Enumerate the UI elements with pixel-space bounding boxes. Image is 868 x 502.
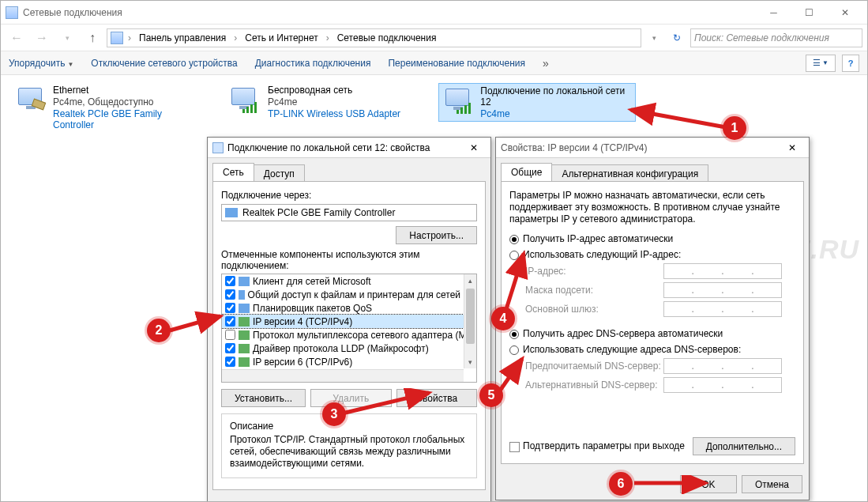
checkbox[interactable]: [225, 316, 235, 326]
gateway-label: Основной шлюз:: [525, 304, 663, 315]
description-label: Описание: [230, 421, 468, 432]
window-icon: [6, 6, 18, 19]
dns2-input: ...: [663, 377, 782, 393]
dns1-input: ...: [663, 358, 782, 374]
connection-status: Pc4me: [268, 96, 400, 108]
view-mode-button[interactable]: ☰▼: [806, 55, 836, 72]
intro-text: Параметры IP можно назначать автоматичес…: [509, 190, 795, 225]
cancel-button[interactable]: Отмена: [742, 475, 802, 493]
ok-button[interactable]: OK: [680, 475, 737, 493]
toolbar: Упорядочить▼ Отключение сетевого устройс…: [1, 51, 867, 75]
step-badge-1: 1: [723, 116, 746, 140]
search-input[interactable]: Поиск: Сетевые подключения: [690, 28, 862, 47]
connection-status: Pc4me, Общедоступно: [53, 96, 198, 108]
connect-via-label: Подключение через:: [221, 190, 477, 201]
dialog-title: Подключение по локальной сети 12: свойст…: [227, 142, 462, 153]
connection-wifi[interactable]: Беспроводная сеть Pc4me TP-LINK Wireless…: [225, 83, 415, 121]
tab-sharing[interactable]: Доступ: [254, 164, 305, 183]
connection-name: Подключение по локальной сети 12: [480, 85, 632, 108]
checkbox[interactable]: [225, 303, 235, 313]
radio-ip-auto[interactable]: Получить IP-адрес автоматически: [509, 233, 795, 244]
history-dropdown[interactable]: ▾: [56, 28, 78, 48]
minimize-button[interactable]: ─: [756, 2, 791, 24]
configure-button[interactable]: Настроить...: [396, 226, 477, 244]
adapter-field: Realtek PCIe GBE Family Controller: [221, 204, 477, 221]
window-title: Сетевые подключения: [23, 7, 122, 18]
components-label: Отмеченные компоненты используются этим …: [221, 249, 477, 271]
install-button[interactable]: Установить...: [221, 389, 306, 407]
checkbox[interactable]: [225, 343, 235, 353]
back-button[interactable]: ←: [6, 28, 28, 48]
breadcrumb-item[interactable]: Сеть и Интернет: [242, 31, 321, 45]
dns2-label: Альтернативный DNS-сервер:: [525, 379, 663, 391]
subnet-mask-label: Маска подсети:: [525, 285, 663, 296]
components-listbox[interactable]: Клиент для сетей Microsoft Общий доступ …: [221, 274, 477, 383]
connection-device: Realtek PCIe GBE Family Controller: [53, 108, 198, 130]
connection-name: Беспроводная сеть: [268, 85, 400, 96]
ip-address-label: IP-адрес:: [525, 266, 663, 277]
step-badge-4: 4: [491, 307, 515, 330]
advanced-button[interactable]: Дополнительно...: [693, 437, 795, 455]
toolbar-rename[interactable]: Переименование подключения: [388, 58, 525, 69]
toolbar-diagnose[interactable]: Диагностика подключения: [255, 58, 371, 69]
ip-address-input: ...: [663, 263, 782, 279]
radio-dns-manual[interactable]: Использовать следующие адреса DNS-сервер…: [509, 344, 795, 355]
main-window: Сетевые подключения ─ ☐ ✕ ← → ▾ ↑ › Пане…: [0, 0, 868, 502]
navbar: ← → ▾ ↑ › Панель управления › Сеть и Инт…: [1, 25, 867, 51]
scrollbar-horizontal[interactable]: [222, 369, 464, 382]
step-badge-5: 5: [479, 383, 503, 407]
connection-ethernet[interactable]: Ethernet Pc4me, Общедоступно Realtek PCI…: [12, 83, 201, 132]
checkbox[interactable]: [225, 357, 235, 367]
checkbox[interactable]: [225, 276, 235, 286]
connection-status: Pc4me: [480, 108, 632, 119]
maximize-button[interactable]: ☐: [791, 2, 827, 24]
up-button[interactable]: ↑: [81, 28, 103, 48]
folder-icon: [111, 32, 123, 44]
step-badge-2: 2: [147, 319, 171, 342]
connection-properties-dialog: Подключение по локальной сети 12: свойст…: [207, 137, 491, 502]
dialog-icon: [212, 142, 224, 153]
connection-lan12[interactable]: Подключение по локальной сети 12 Pc4me: [438, 83, 636, 122]
dns1-label: Предпочитаемый DNS-сервер:: [525, 360, 663, 372]
tab-network[interactable]: Сеть: [212, 163, 254, 181]
forward-button: →: [31, 28, 53, 48]
connection-device: TP-LINK Wireless USB Adapter: [268, 108, 400, 119]
tab-general[interactable]: Общие: [501, 163, 552, 181]
connection-name: Ethernet: [53, 85, 198, 96]
tab-alternate[interactable]: Альтернативная конфигурация: [551, 164, 708, 183]
properties-button[interactable]: Свойства: [396, 389, 478, 407]
validate-checkbox[interactable]: Подтвердить параметры при выходе: [509, 440, 685, 451]
scrollbar-vertical[interactable]: ▴▾: [464, 274, 476, 368]
close-icon[interactable]: ✕: [780, 142, 804, 153]
subnet-mask-input: ...: [663, 282, 782, 298]
gateway-input: ...: [663, 301, 782, 317]
radio-dns-auto[interactable]: Получить адрес DNS-сервера автоматически: [509, 328, 795, 339]
titlebar: Сетевые подключения ─ ☐ ✕: [1, 1, 867, 25]
dialog-title: Свойства: IP версии 4 (TCP/IPv4): [501, 142, 780, 153]
step-badge-3: 3: [322, 402, 346, 426]
toolbar-disable[interactable]: Отключение сетевого устройства: [91, 58, 237, 69]
step-badge-6: 6: [609, 472, 633, 496]
toolbar-more[interactable]: »: [543, 57, 549, 70]
close-button[interactable]: ✕: [827, 2, 862, 24]
toolbar-organize[interactable]: Упорядочить▼: [9, 58, 73, 69]
radio-ip-manual[interactable]: Использовать следующий IP-адрес:: [509, 249, 795, 260]
uninstall-button: Удалить: [310, 389, 392, 407]
checkbox[interactable]: [225, 330, 235, 340]
address-bar[interactable]: › Панель управления › Сеть и Интернет › …: [107, 28, 641, 47]
close-icon[interactable]: ✕: [462, 142, 486, 153]
description-text: Протокол TCP/IP. Стандартный протокол гл…: [230, 434, 468, 470]
ipv4-properties-dialog: Свойства: IP версии 4 (TCP/IPv4) ✕ Общие…: [495, 137, 810, 500]
breadcrumb-item[interactable]: Панель управления: [136, 31, 229, 45]
breadcrumb-item[interactable]: Сетевые подключения: [334, 31, 440, 45]
help-button[interactable]: ?: [842, 55, 859, 72]
checkbox[interactable]: [225, 289, 235, 300]
